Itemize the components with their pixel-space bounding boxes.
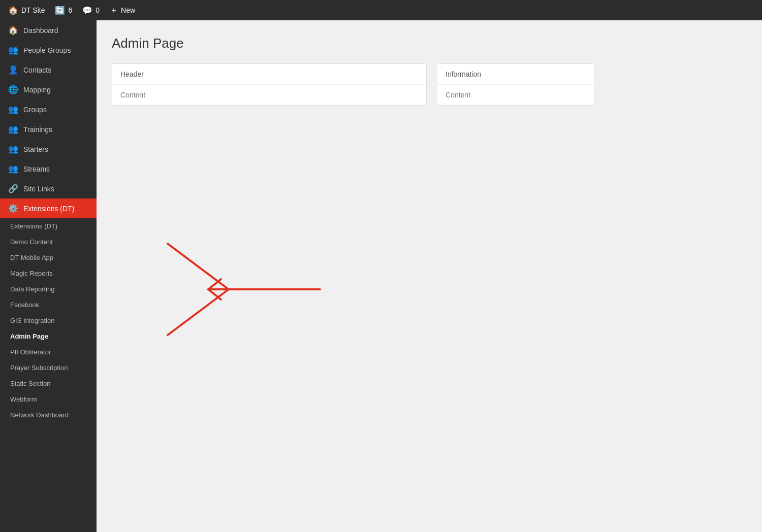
groups-icon: 👥 xyxy=(8,105,18,114)
topbar: 🏠 DT Site 🔄 6 💬 0 ＋ New xyxy=(0,0,762,20)
sidebar-item-site-links[interactable]: 🔗 Site Links xyxy=(0,179,97,198)
right-card-body: Content xyxy=(437,85,594,105)
cards-row: Header Content Information Content xyxy=(112,63,747,106)
sidebar-sub-pii-obliterator[interactable]: PII Obliterator xyxy=(0,344,97,360)
right-card: Information Content xyxy=(437,63,594,106)
sidebar-item-starters[interactable]: 👥 Starters xyxy=(0,139,97,159)
page-title: Admin Page xyxy=(112,36,747,51)
sidebar-sub-prayer-subscription[interactable]: Prayer Subscription xyxy=(0,360,97,376)
sidebar-item-contacts[interactable]: 👤 Contacts xyxy=(0,60,97,80)
streams-icon: 👥 xyxy=(8,164,18,174)
svg-line-2 xyxy=(168,289,229,335)
right-card-header: Information xyxy=(437,64,594,85)
sidebar-sub-data-reporting[interactable]: Data Reporting xyxy=(0,281,97,297)
sidebar-sub-network-dashboard[interactable]: Network Dashboard xyxy=(0,407,97,423)
sidebar-item-dashboard[interactable]: 🏠 Dashboard xyxy=(0,20,97,40)
content-area: Admin Page Header Content Information Co… xyxy=(97,20,762,532)
sidebar-extensions-header[interactable]: ⚙️ Extensions (DT) xyxy=(0,198,97,218)
dashboard-icon: 🏠 xyxy=(8,25,18,35)
sidebar-sub-gis-integration[interactable]: GIS Integration xyxy=(0,313,97,328)
svg-line-1 xyxy=(168,244,229,289)
annotation-arrow xyxy=(127,239,330,340)
plus-icon: ＋ xyxy=(110,5,118,16)
contacts-icon: 👤 xyxy=(8,65,18,75)
sidebar-sub-magic-reports[interactable]: Magic Reports xyxy=(0,265,97,281)
comment-icon: 💬 xyxy=(82,6,92,15)
sidebar-sub-dt-mobile-app[interactable]: DT Mobile App xyxy=(0,250,97,265)
sidebar-item-streams[interactable]: 👥 Streams xyxy=(0,159,97,179)
people-groups-icon: 👥 xyxy=(8,45,18,55)
sidebar-sub-facebook[interactable]: Facebook xyxy=(0,297,97,313)
left-card-header: Header xyxy=(112,64,426,85)
new-button[interactable]: ＋ New xyxy=(110,5,135,16)
updates-count[interactable]: 🔄 6 xyxy=(55,6,72,15)
mapping-icon: 🌐 xyxy=(8,85,18,94)
sidebar-item-people-groups[interactable]: 👥 People Groups xyxy=(0,40,97,60)
sidebar-sub-webform[interactable]: Webform xyxy=(0,391,97,407)
sidebar-sub-demo-content[interactable]: Demo Content xyxy=(0,234,97,250)
sidebar-item-mapping[interactable]: 🌐 Mapping xyxy=(0,80,97,99)
left-card-body: Content xyxy=(112,85,426,105)
sidebar-sub-extensions-dt[interactable]: Extensions (DT) xyxy=(0,218,97,234)
home-icon: 🏠 xyxy=(8,6,18,15)
starters-icon: 👥 xyxy=(8,144,18,154)
sidebar-item-trainings[interactable]: 👥 Trainings xyxy=(0,119,97,139)
site-name[interactable]: 🏠 DT Site xyxy=(8,6,45,15)
left-card: Header Content xyxy=(112,63,427,106)
refresh-icon: 🔄 xyxy=(55,6,65,15)
comments-count[interactable]: 💬 0 xyxy=(82,6,100,15)
extensions-icon: ⚙️ xyxy=(8,204,18,213)
sidebar: 🏠 Dashboard 👥 People Groups 👤 Contacts 🌐… xyxy=(0,20,97,532)
sidebar-item-groups[interactable]: 👥 Groups xyxy=(0,99,97,119)
sidebar-sub-static-section[interactable]: Static Section xyxy=(0,376,97,391)
site-links-icon: 🔗 xyxy=(8,184,18,193)
sidebar-sub-admin-page[interactable]: Admin Page xyxy=(0,328,97,344)
trainings-icon: 👥 xyxy=(8,124,18,134)
